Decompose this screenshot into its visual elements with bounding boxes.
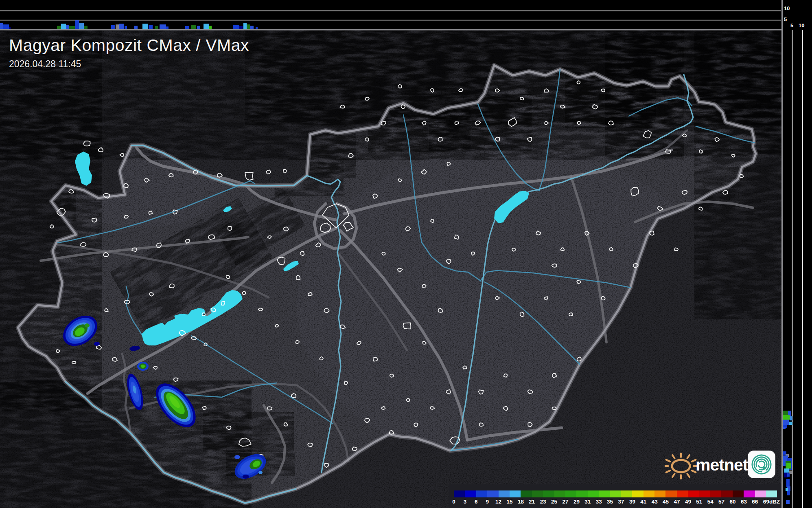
legend-tick: 37: [618, 499, 624, 505]
legend-swatch: [755, 490, 766, 497]
terrain-map: [0, 0, 812, 508]
radar-app-window: Magyar Kompozit CMax / VMax 2026.04.28 1…: [0, 0, 812, 508]
top-echo: [160, 24, 166, 29]
metnet-logo[interactable]: metnet: [665, 446, 787, 482]
top-echo: [66, 25, 69, 29]
reflectivity-legend: 0369121518212325272931333537394143454749…: [449, 484, 781, 508]
legend-swatch: [733, 490, 744, 497]
legend-tick: 35: [607, 499, 613, 505]
legend-tick: 57: [718, 499, 724, 505]
legend-swatch: [721, 490, 732, 497]
legend-tick: 18: [518, 499, 524, 505]
legend-swatch: [654, 490, 665, 497]
top-echo: [155, 26, 158, 29]
top-echo: [149, 25, 153, 29]
right-echo: [790, 416, 792, 420]
legend-tick: 43: [652, 499, 658, 505]
top-echo: [247, 24, 250, 29]
sun-icon: [665, 446, 698, 482]
legend-tick: 39: [629, 499, 635, 505]
legend-tick: 21: [529, 499, 535, 505]
top-echo: [111, 25, 115, 29]
legend-tick: 23: [540, 499, 546, 505]
top-echo: [256, 27, 258, 29]
legend-swatch: [610, 490, 621, 497]
top-echo: [239, 26, 243, 29]
right-echo: [783, 415, 790, 420]
top-echo: [84, 26, 88, 29]
top-cross-section: [0, 0, 812, 31]
legend-tick: 0: [452, 499, 455, 505]
legend-tick: 49: [685, 499, 691, 505]
top-echo: [209, 26, 212, 29]
legend-tick: 12: [495, 499, 501, 505]
legend-swatch: [465, 490, 476, 497]
legend-tick: 60: [729, 499, 735, 505]
legend-tick: 54: [707, 499, 714, 505]
legend-tick: 29: [573, 499, 580, 505]
legend-tick: 63: [741, 499, 747, 505]
strip-separator-v: [781, 0, 783, 508]
right-echo: [787, 491, 790, 495]
top-echo: [61, 24, 66, 29]
strip-separator-h: [0, 29, 812, 31]
legend-swatch: [688, 490, 699, 497]
legend-swatch: [510, 490, 521, 497]
legend-swatch: [599, 490, 610, 497]
legend-swatch: [532, 490, 543, 497]
legend-tick: 31: [584, 499, 591, 505]
legend-tick: 41: [640, 499, 646, 505]
top-echo: [79, 23, 84, 29]
legend-tick: 51: [696, 499, 702, 505]
right-echo: [783, 411, 788, 415]
legend-swatch: [487, 490, 498, 497]
legend-tick: 66: [752, 499, 758, 505]
top-echo: [9, 27, 11, 29]
legend-tick: 15: [506, 499, 512, 505]
radar-echo-dot: [243, 475, 249, 479]
right-axis-label-10: 10: [799, 23, 804, 28]
top-echo: [0, 23, 3, 29]
legend-swatch: [643, 490, 654, 497]
legend-swatch: [476, 490, 487, 497]
top-echo: [125, 26, 127, 29]
top-axis-label-10: 10: [784, 6, 790, 11]
right-echo: [787, 473, 790, 477]
legend-color-bar: [454, 490, 777, 497]
top-echo: [204, 24, 209, 29]
right-echo: [789, 422, 792, 425]
top-echo: [57, 26, 61, 29]
right-echo: [786, 463, 791, 468]
top-echo: [119, 24, 124, 29]
top-echo: [243, 23, 247, 29]
spiral-icon: [748, 451, 775, 478]
legend-swatch: [454, 490, 465, 497]
top-echo: [197, 26, 200, 29]
legend-tick: 25: [551, 499, 557, 505]
legend-tick: 33: [596, 499, 602, 505]
radar-echo-dot: [234, 455, 240, 459]
top-axis-label-5: 5: [784, 17, 787, 22]
echo-sw-2: [137, 362, 149, 371]
legend-tick: 47: [674, 499, 680, 505]
legend-tick: 27: [562, 499, 568, 505]
legend-swatch: [576, 490, 587, 497]
right-cross-section: [781, 0, 812, 508]
legend-swatch: [710, 490, 721, 497]
legend-swatch: [677, 490, 688, 497]
legend-tick-labels: 0369121518212325272931333537394143454749…: [449, 499, 781, 507]
legend-swatch: [766, 490, 777, 497]
legend-tick: 6: [475, 499, 478, 505]
legend-swatch: [565, 490, 576, 497]
legend-swatch: [499, 490, 510, 497]
right-axis-label-5: 5: [790, 23, 793, 28]
top-echo: [142, 24, 148, 29]
legend-tick: 3: [464, 499, 467, 505]
legend-swatch: [744, 490, 755, 497]
legend-swatch: [621, 490, 632, 497]
top-echo: [69, 26, 75, 29]
right-echo: [789, 471, 792, 474]
legend-swatch: [699, 490, 710, 497]
legend-unit-label: dBZ: [769, 499, 780, 505]
radar-map-canvas: [0, 0, 812, 508]
